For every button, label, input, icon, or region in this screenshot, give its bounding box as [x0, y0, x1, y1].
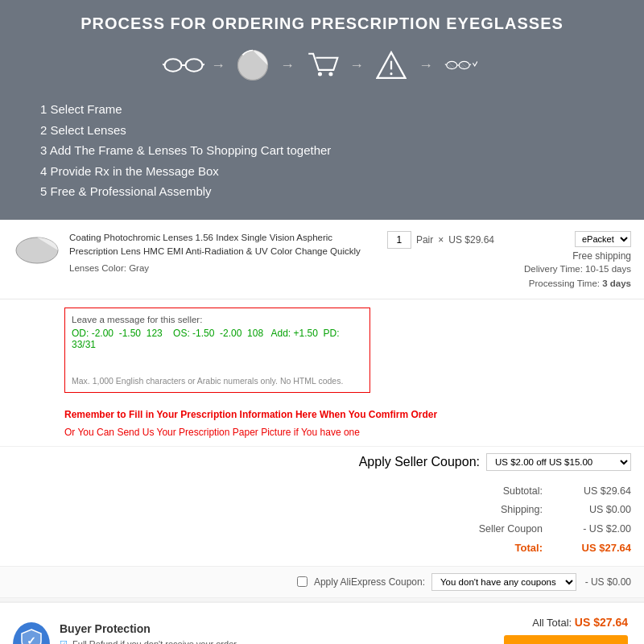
svg-line-3: [163, 64, 165, 65]
qty-row: Pair × US $29.64: [387, 231, 494, 249]
coupon-discount-value: - US $2.00: [567, 520, 631, 539]
coupon-discount-label: Seller Coupon: [478, 520, 543, 539]
svg-point-0: [165, 59, 182, 72]
product-name: Coating Photochromic Lenses 1.56 Index S…: [69, 231, 379, 259]
svg-line-4: [202, 64, 204, 65]
ali-coupon-select[interactable]: You don't have any coupons: [431, 573, 576, 591]
shipping-label: Shipping:: [478, 501, 543, 519]
footer-section: ✓ Buyer Protection ☑ Full Refund if you …: [0, 601, 644, 644]
buyer-protection-title: Buyer Protection: [60, 622, 278, 635]
seller-coupon-label: Apply Seller Coupon:: [359, 455, 480, 469]
buyer-protection: ✓ Buyer Protection ☑ Full Refund if you …: [13, 622, 278, 644]
svg-text:✓: ✓: [27, 634, 36, 644]
step-2-text: 2 Select Lenses: [40, 120, 620, 141]
ali-coupon-label: Apply AliExpress Coupon:: [314, 576, 425, 588]
product-color: Lenses Color: Gray: [69, 262, 379, 275]
shipping-row: Shipping: US $0.00: [13, 501, 631, 519]
step-1-icon: [163, 44, 204, 86]
step-2-icon: [232, 44, 274, 86]
unit-label: Pair: [416, 234, 433, 246]
total-row: Total: US $27.64: [13, 539, 631, 558]
all-total: All Total: US $27.64: [532, 616, 628, 629]
confirm-pay-button[interactable]: Confirm & Pay: [504, 635, 628, 644]
arrow-4: →: [419, 57, 433, 74]
protection-1: ☑ Full Refund if you don't receive your …: [60, 638, 278, 644]
subtotal-row: Subtotal: US $29.64: [13, 482, 631, 501]
arrow-2: →: [280, 57, 295, 74]
total-value: US $27.64: [567, 539, 631, 558]
step-5-icon: [440, 44, 481, 86]
shipping-value: US $0.00: [567, 501, 631, 519]
message-box-container: Leave a message for this seller: Max. 1,…: [64, 308, 370, 393]
message-label: Leave a message for this seller:: [72, 315, 363, 324]
message-section: Leave a message for this seller: Max. 1,…: [0, 299, 644, 406]
coupon-discount-row: Seller Coupon - US $2.00: [13, 520, 631, 539]
reminder-text-1: Remember to Fill in Your Prescription In…: [0, 406, 644, 423]
svg-point-10: [390, 72, 392, 75]
subtotal-value: US $29.64: [567, 482, 631, 501]
step-5-text: 5 Free & Professional Assembly: [40, 181, 620, 202]
delivery-time: Delivery Time: 10-15 days: [524, 262, 631, 276]
quantity-input[interactable]: [387, 231, 411, 249]
free-shipping-label: Free shipping: [572, 250, 631, 262]
svg-point-1: [186, 59, 203, 72]
shipping-method-select[interactable]: ePacket: [575, 231, 631, 247]
step-3-icon: [301, 44, 343, 86]
svg-point-7: [328, 72, 332, 76]
subtotal-label: Subtotal:: [478, 482, 543, 501]
ali-coupon-discount: - US $0.00: [583, 576, 631, 588]
steps-icons: → → → →: [24, 44, 620, 86]
ali-coupon-row: Apply AliExpress Coupon: You don't have …: [0, 566, 644, 598]
product-image: [13, 234, 61, 266]
times-symbol: ×: [438, 234, 444, 246]
message-textarea[interactable]: [72, 328, 363, 371]
reminder-text-2: Or You Can Send Us Your Prescription Pap…: [0, 423, 644, 446]
product-row: Coating Photochromic Lenses 1.56 Index S…: [0, 220, 644, 300]
seller-coupon-select[interactable]: US $2.00 off US $15.00: [486, 453, 631, 471]
step-4-text: 4 Provide Rx in the Message Box: [40, 161, 620, 182]
total-label: Total:: [478, 539, 543, 558]
summary-section: Subtotal: US $29.64 Shipping: US $0.00 S…: [0, 477, 644, 565]
svg-point-6: [318, 72, 322, 76]
main-content: Coating Photochromic Lenses 1.56 Index S…: [0, 220, 644, 598]
header-banner: PROCESS FOR ORDERING PRESCRIPTION EYEGLA…: [0, 0, 644, 220]
buyer-protection-text: Buyer Protection ☑ Full Refund if you do…: [60, 622, 278, 644]
product-price: US $29.64: [448, 234, 494, 246]
message-limit: Max. 1,000 English characters or Arabic …: [72, 376, 363, 386]
shield-icon: ✓: [13, 622, 50, 644]
total-confirm: All Total: US $27.64 Confirm & Pay: [504, 616, 628, 644]
coupon-row: Apply Seller Coupon: US $2.00 off US $15…: [0, 446, 644, 477]
all-total-price: US $27.64: [575, 616, 628, 629]
arrow-3: →: [349, 57, 364, 74]
processing-time: Processing Time: 3 days: [529, 276, 631, 291]
arrow-1: →: [211, 57, 225, 74]
step-1-text: 1 Select Frame: [40, 99, 620, 120]
step-3-text: 3 Add The Frame & Lenses To Shopping Car…: [40, 140, 620, 161]
product-qty-price: Pair × US $29.64: [387, 231, 494, 249]
product-details: Coating Photochromic Lenses 1.56 Index S…: [69, 231, 379, 276]
ali-coupon-checkbox[interactable]: [297, 576, 308, 587]
page-title: PROCESS FOR ORDERING PRESCRIPTION EYEGLA…: [24, 14, 620, 33]
step-4-icon: [370, 44, 412, 86]
steps-list: 1 Select Frame 2 Select Lenses 3 Add The…: [24, 99, 620, 202]
